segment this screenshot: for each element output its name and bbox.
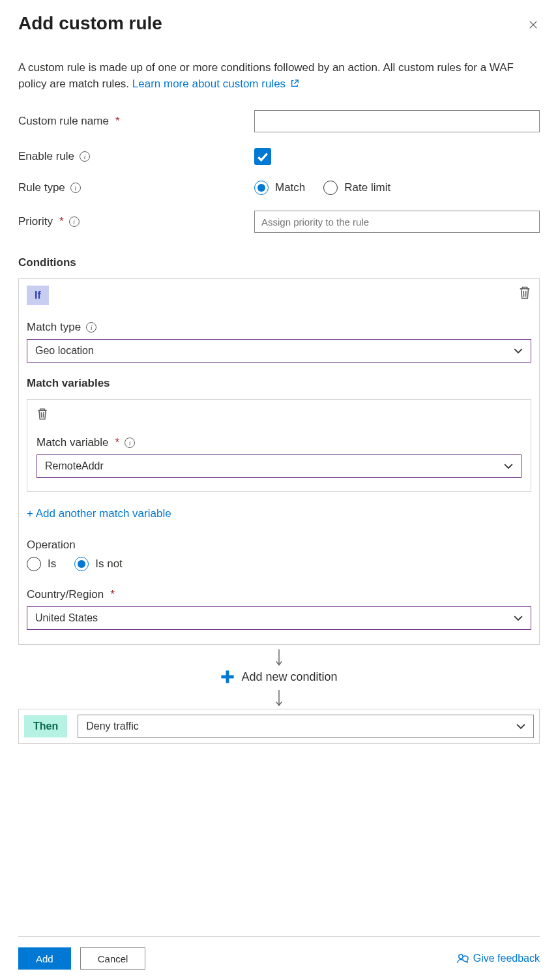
match-variables-heading: Match variables bbox=[27, 377, 531, 390]
intro-text-block: A custom rule is made up of one or more … bbox=[18, 60, 540, 92]
delete-variable-button[interactable] bbox=[37, 408, 48, 421]
operation-is-label: Is bbox=[48, 557, 56, 571]
match-type-value: Geo location bbox=[35, 345, 94, 357]
delete-condition-button[interactable] bbox=[518, 286, 531, 300]
give-feedback-text: Give feedback bbox=[473, 953, 540, 964]
priority-label: Priority* i bbox=[18, 215, 254, 228]
operation-isnot-label: Is not bbox=[95, 557, 123, 571]
add-match-variable-link[interactable]: + Add another match variable bbox=[27, 507, 171, 520]
cancel-button[interactable]: Cancel bbox=[80, 947, 146, 970]
info-icon[interactable]: i bbox=[70, 183, 81, 193]
close-icon bbox=[529, 21, 537, 29]
chevron-down-icon bbox=[514, 614, 523, 623]
chevron-down-icon bbox=[504, 462, 513, 471]
feedback-icon bbox=[456, 952, 469, 965]
match-variable-label: Match variable* i bbox=[37, 436, 521, 449]
rule-type-ratelimit-label: Rate limit bbox=[344, 181, 390, 194]
condition-if-box: If Match type i Geo location Match varia… bbox=[18, 278, 540, 645]
rule-type-match-option[interactable]: Match bbox=[254, 181, 305, 195]
match-type-label: Match type i bbox=[27, 321, 531, 334]
required-indicator: * bbox=[110, 588, 115, 601]
rule-type-label-text: Rule type bbox=[18, 181, 65, 194]
country-select[interactable]: United States bbox=[27, 606, 531, 630]
rule-name-input[interactable] bbox=[254, 110, 540, 132]
trash-icon bbox=[37, 408, 48, 421]
enable-rule-label: Enable rule i bbox=[18, 150, 254, 163]
add-button[interactable]: Add bbox=[18, 947, 71, 970]
conditions-heading: Conditions bbox=[18, 256, 540, 269]
then-badge: Then bbox=[24, 715, 67, 737]
arrow-down-icon bbox=[274, 689, 284, 707]
radio-unchecked-icon bbox=[323, 181, 338, 195]
rule-type-ratelimit-option[interactable]: Rate limit bbox=[323, 181, 390, 195]
priority-row: Priority* i bbox=[18, 211, 540, 233]
radio-checked-icon bbox=[74, 557, 89, 571]
add-condition-button[interactable]: Add new condition bbox=[18, 668, 540, 685]
radio-checked-icon bbox=[254, 181, 269, 195]
country-label: Country/Region* bbox=[27, 588, 531, 601]
learn-more-text: Learn more about custom rules bbox=[132, 78, 286, 90]
match-type-select[interactable]: Geo location bbox=[27, 339, 531, 363]
match-variable-label-text: Match variable bbox=[37, 436, 109, 449]
panel-header: Add custom rule bbox=[18, 13, 540, 60]
then-action-row: Then Deny traffic bbox=[18, 709, 540, 744]
rule-name-label: Custom rule name* bbox=[18, 115, 254, 128]
flow-arrow-down bbox=[18, 685, 540, 709]
external-link-icon bbox=[290, 77, 299, 86]
flow-arrow-down bbox=[18, 645, 540, 668]
chevron-down-icon bbox=[516, 722, 525, 731]
page-title: Add custom rule bbox=[18, 13, 162, 34]
match-variable-value: RemoteAddr bbox=[45, 460, 104, 472]
panel-footer: Add Cancel Give feedback bbox=[18, 936, 540, 980]
then-action-select[interactable]: Deny traffic bbox=[78, 715, 534, 738]
then-action-value: Deny traffic bbox=[86, 720, 139, 732]
add-condition-text: Add new condition bbox=[241, 670, 337, 684]
country-label-text: Country/Region bbox=[27, 588, 104, 601]
info-icon[interactable]: i bbox=[86, 322, 96, 333]
country-value: United States bbox=[35, 612, 98, 624]
operation-is-option[interactable]: Is bbox=[27, 557, 56, 571]
enable-rule-row: Enable rule i bbox=[18, 148, 540, 165]
enable-rule-checkbox[interactable] bbox=[254, 148, 271, 165]
rule-name-row: Custom rule name* bbox=[18, 110, 540, 132]
info-icon[interactable]: i bbox=[125, 438, 135, 448]
priority-input[interactable] bbox=[254, 211, 540, 233]
radio-unchecked-icon bbox=[27, 557, 41, 571]
priority-label-text: Priority bbox=[18, 215, 53, 228]
enable-rule-label-text: Enable rule bbox=[18, 150, 74, 163]
rule-type-row: Rule type i Match Rate limit bbox=[18, 181, 540, 195]
rule-type-match-label: Match bbox=[275, 181, 305, 194]
info-icon[interactable]: i bbox=[80, 151, 90, 162]
info-icon[interactable]: i bbox=[69, 216, 80, 227]
match-type-label-text: Match type bbox=[27, 321, 81, 334]
add-custom-rule-panel: Add custom rule A custom rule is made up… bbox=[0, 0, 558, 980]
required-indicator: * bbox=[59, 215, 64, 228]
operation-radio-group: Is Is not bbox=[27, 557, 531, 571]
required-indicator: * bbox=[115, 436, 120, 449]
required-indicator: * bbox=[115, 115, 120, 128]
arrow-down-icon bbox=[274, 649, 284, 667]
match-variable-box: Match variable* i RemoteAddr bbox=[27, 399, 531, 492]
learn-more-link[interactable]: Learn more about custom rules bbox=[132, 78, 299, 90]
rule-name-label-text: Custom rule name bbox=[18, 115, 109, 128]
rule-type-label: Rule type i bbox=[18, 181, 254, 194]
operation-label: Operation bbox=[27, 539, 531, 552]
close-button[interactable] bbox=[527, 17, 540, 30]
svg-point-10 bbox=[459, 955, 463, 958]
rule-type-radio-group: Match Rate limit bbox=[254, 181, 540, 195]
chevron-down-icon bbox=[514, 346, 523, 355]
give-feedback-link[interactable]: Give feedback bbox=[456, 952, 540, 965]
plus-icon bbox=[220, 670, 235, 684]
if-badge: If bbox=[27, 286, 49, 305]
match-variable-select[interactable]: RemoteAddr bbox=[37, 454, 521, 478]
trash-icon bbox=[518, 286, 531, 300]
operation-isnot-option[interactable]: Is not bbox=[74, 557, 123, 571]
